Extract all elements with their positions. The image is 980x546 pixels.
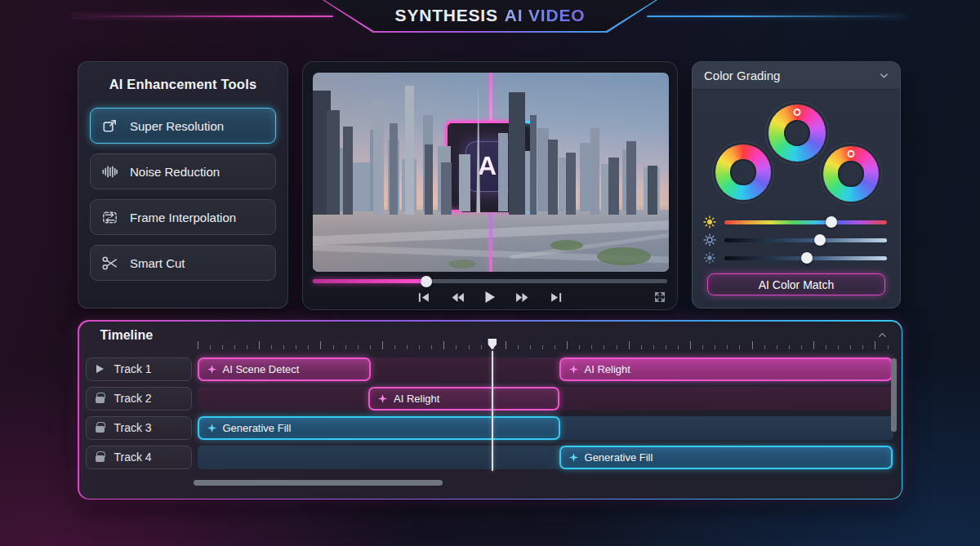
app-window: SYNTHESIS AI VIDEO AI Enhancement Tools … bbox=[0, 0, 980, 546]
ruler-tick bbox=[567, 341, 568, 349]
brightness-slider-track[interactable] bbox=[724, 238, 887, 242]
tool-frame-interpolation[interactable]: Frame Interpolation bbox=[90, 199, 276, 235]
building bbox=[590, 128, 599, 215]
timeline-horizontal-scrollbar[interactable] bbox=[194, 480, 443, 486]
ruler-tick bbox=[875, 341, 875, 349]
timeline-clip[interactable]: Generative Fill bbox=[559, 446, 893, 469]
ruler-tick bbox=[764, 345, 765, 349]
lock-icon[interactable] bbox=[95, 452, 106, 462]
ruler-tick bbox=[481, 345, 482, 349]
ruler-tick bbox=[752, 341, 753, 349]
playback-progress-bar[interactable] bbox=[313, 279, 667, 283]
hue-slider-track[interactable] bbox=[724, 220, 887, 224]
track-header-3[interactable]: Track 3 bbox=[86, 416, 192, 440]
wheel-indicator[interactable] bbox=[848, 150, 855, 158]
ruler-tick bbox=[222, 345, 223, 349]
timeline-clip[interactable]: AI Relight bbox=[559, 357, 893, 381]
play-button[interactable] bbox=[484, 291, 496, 304]
timeline-lane[interactable]: AI Scene DetectAI Relight bbox=[198, 357, 893, 381]
ruler-tick bbox=[888, 345, 889, 349]
building bbox=[441, 162, 452, 215]
ruler-tick bbox=[308, 345, 309, 349]
play-icon[interactable] bbox=[95, 365, 106, 373]
ruler-tick bbox=[678, 345, 679, 349]
building bbox=[509, 92, 525, 215]
tool-super-resolution[interactable]: Super Resolution bbox=[90, 108, 276, 144]
tool-smart-cut[interactable]: Smart Cut bbox=[90, 245, 276, 281]
timeline-ruler[interactable] bbox=[198, 340, 888, 349]
timeline-title: Timeline bbox=[100, 328, 154, 343]
building bbox=[352, 162, 370, 211]
hue-slider bbox=[703, 215, 887, 229]
track-header-4[interactable]: Track 4 bbox=[86, 446, 192, 469]
rewind-button[interactable] bbox=[451, 292, 465, 303]
ruler-tick bbox=[789, 345, 790, 349]
fullscreen-icon bbox=[654, 291, 666, 303]
timeline-vertical-scrollbar[interactable] bbox=[891, 358, 897, 432]
ruler-tick bbox=[210, 345, 211, 349]
ruler-tick bbox=[641, 345, 642, 349]
ruler-tick bbox=[579, 345, 580, 349]
timeline-lane[interactable]: AI Relight bbox=[198, 387, 893, 411]
app-title: SYNTHESIS bbox=[395, 6, 498, 25]
ruler-tick bbox=[542, 345, 543, 349]
tool-noise-reduction[interactable]: Noise Reduction bbox=[90, 153, 276, 189]
building bbox=[343, 127, 353, 215]
building bbox=[425, 144, 433, 215]
timeline-clip[interactable]: AI Relight bbox=[368, 387, 559, 411]
ruler-tick bbox=[382, 341, 383, 349]
skip-end-button[interactable] bbox=[549, 292, 562, 303]
frame-interpolation-icon bbox=[100, 208, 119, 227]
color-grading-header[interactable]: Color Grading bbox=[693, 62, 900, 90]
tool-label: Noise Reduction bbox=[130, 165, 220, 179]
midtones-wheel[interactable] bbox=[768, 104, 826, 162]
ruler-tick bbox=[370, 345, 371, 349]
exposure-slider-handle[interactable] bbox=[801, 252, 813, 264]
skip-start-button[interactable] bbox=[418, 292, 431, 303]
building bbox=[626, 141, 636, 215]
ruler-tick bbox=[777, 345, 777, 349]
ruler-tick bbox=[715, 345, 715, 349]
ruler-tick bbox=[604, 345, 604, 349]
color-grading-panel: Color Grading AI Color Match bbox=[692, 61, 901, 309]
track-header-2[interactable]: Track 2 bbox=[86, 387, 192, 411]
timeline-lane[interactable]: Generative Fill bbox=[198, 446, 893, 469]
video-preview[interactable]: AI bbox=[313, 73, 669, 272]
timeline-clip[interactable]: Generative Fill bbox=[198, 416, 561, 440]
track-row: Track 4 Generative Fill bbox=[79, 446, 902, 469]
track-label: Track 1 bbox=[114, 362, 152, 375]
lock-icon[interactable] bbox=[95, 393, 106, 403]
rewind-icon bbox=[451, 292, 465, 303]
shadows-wheel[interactable] bbox=[715, 144, 771, 200]
chevron-down-icon bbox=[878, 69, 890, 82]
ruler-tick bbox=[739, 345, 740, 349]
ruler-tick bbox=[666, 345, 666, 349]
highlights-wheel[interactable] bbox=[823, 146, 879, 202]
ai-color-match-button[interactable]: AI Color Match bbox=[707, 273, 885, 295]
exposure-slider-track[interactable] bbox=[724, 256, 887, 260]
sparkle-icon bbox=[207, 424, 216, 433]
timeline-clip[interactable]: AI Scene Detect bbox=[198, 357, 371, 381]
track-row: Track 1 AI Scene DetectAI Relight bbox=[79, 357, 902, 381]
clip-label: Generative Fill bbox=[585, 451, 653, 464]
ruler-tick bbox=[506, 341, 506, 349]
hue-slider-handle[interactable] bbox=[826, 216, 837, 228]
timeline-lane[interactable]: Generative Fill bbox=[198, 416, 893, 440]
ruler-tick bbox=[702, 345, 703, 349]
track-row: Track 2 AI Relight bbox=[79, 387, 902, 411]
brightness-slider-handle[interactable] bbox=[814, 234, 826, 246]
sun-blue-icon bbox=[703, 233, 716, 246]
building bbox=[608, 158, 619, 215]
color-grading-title: Color Grading bbox=[704, 69, 878, 82]
transport-controls bbox=[303, 291, 677, 304]
fullscreen-button[interactable] bbox=[654, 291, 666, 303]
track-label: Track 3 bbox=[114, 421, 152, 434]
track-header-1[interactable]: Track 1 bbox=[86, 357, 192, 381]
progress-handle[interactable] bbox=[421, 276, 432, 287]
ruler-tick bbox=[443, 341, 444, 349]
sparkle-icon bbox=[569, 453, 578, 462]
fast-forward-button[interactable] bbox=[515, 292, 529, 303]
wheel-indicator[interactable] bbox=[794, 109, 801, 116]
ruler-tick bbox=[555, 345, 555, 349]
lock-icon[interactable] bbox=[95, 423, 106, 433]
